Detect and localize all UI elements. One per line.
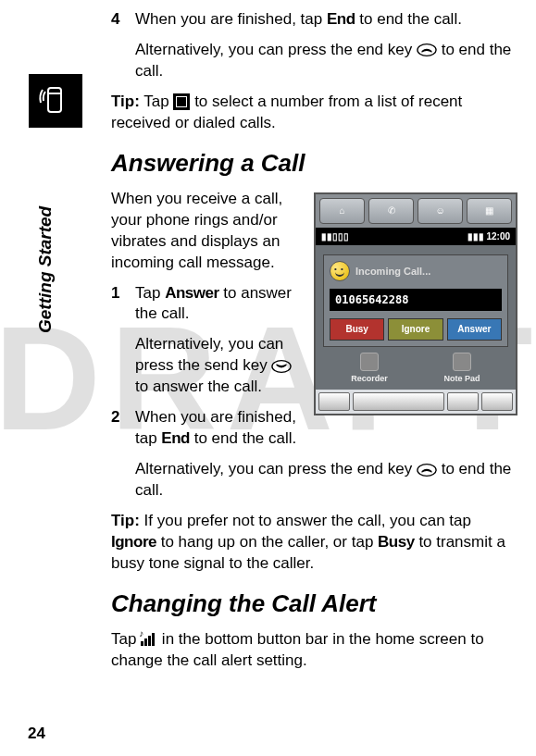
caller-number: 01065642288 [330,289,502,311]
recorder-icon [360,353,379,371]
recent-calls-key-icon [173,93,190,110]
step-4: 4 When you are finished, tap End to end … [111,9,517,31]
text: Alternatively, you can press the end key [135,460,417,477]
incoming-label: Incoming Call... [355,265,430,279]
phone-icon: ✆ [368,198,414,224]
phone-device-icon [37,81,74,121]
step-number: 2 [111,407,135,450]
text: Tap [140,93,174,110]
phone-body: Incoming Call... 01065642288 Busy Ignore… [316,245,516,390]
answer-step-1: 1 Tap Answer to answer the call. [111,283,303,326]
answer-step-2-alt: Alternatively, you can press the end key… [135,459,517,502]
step-number: 1 [111,283,135,326]
recorder-shortcut[interactable]: Recorder [351,353,388,384]
text: When you are finished, tap [135,10,327,28]
answering-section: ⌂ ✆ ☺ ▦ ▮▮▯▯▯ ▮▮▮ 12:00 Incoming Call... [111,189,517,511]
left-rail [28,46,83,128]
bottom-icon[interactable] [447,392,479,411]
bottom-icon[interactable] [353,392,444,411]
phone-device-icon-box [29,74,82,128]
svg-rect-0 [48,88,61,112]
send-key-icon [271,359,292,374]
end-label: End [161,429,190,447]
step-4-alt: Alternatively, you can press the end key… [135,40,517,82]
section-label: Getting Started [35,206,56,333]
incoming-call-box: Incoming Call... 01065642288 Busy Ignore… [323,254,508,347]
end-key-icon [417,463,437,477]
recorder-label: Recorder [351,373,388,384]
phone-screenshot: ⌂ ✆ ☺ ▦ ▮▮▯▯▯ ▮▮▮ 12:00 Incoming Call... [314,192,517,415]
call-buttons: Busy Ignore Answer [330,318,502,341]
notepad-icon [453,353,471,371]
caller-avatar-icon [330,261,350,281]
alert-bars-icon [141,633,157,646]
bottom-icon[interactable] [318,392,350,411]
call-header: Incoming Call... [330,261,502,281]
busy-button[interactable]: Busy [330,318,384,341]
phone-top-icons: ⌂ ✆ ☺ ▦ [316,194,516,228]
step-body: When you are finished, tap End to end th… [135,9,517,31]
busy-label: Busy [378,533,415,551]
text: to answer the call. [135,378,262,395]
phone-status-bar: ▮▮▯▯▯ ▮▮▮ 12:00 [316,228,516,246]
text: to end the call. [190,429,296,447]
step-number: 4 [111,9,135,31]
signal-indicator: ▮▮▯▯▯ [321,230,349,243]
text: in the bottom button bar in the home scr… [111,630,484,669]
contacts-icon: ☺ [418,198,463,224]
ignore-button[interactable]: Ignore [388,318,443,341]
apps-icon: ▦ [467,198,512,224]
text: to hang up on the caller, or tap [156,533,378,551]
tip-recent-calls: Tip: Tap to select a number from a list … [111,92,517,134]
change-alert-text: Tap in the bottom button bar in the home… [111,629,517,672]
bottom-icon[interactable] [481,392,513,411]
notepad-label: Note Pad [444,373,480,384]
text: to end the call. [355,10,462,28]
step-body: When you are finished, tap End to end th… [135,407,303,450]
heading-answering: Answering a Call [111,147,517,180]
phone-bottom-bar [316,390,516,414]
ignore-label: Ignore [111,533,156,551]
tip-prefix: Tip: [111,512,140,529]
text: Tap [111,630,141,648]
text: Alternatively, you can press the end key [135,41,417,58]
battery-indicator: ▮▮▮ [467,231,484,242]
text: Alternatively, you can press the send ke… [135,335,283,374]
home-icon: ⌂ [319,198,365,224]
answer-label: Answer [165,284,218,302]
answer-step-2: 2 When you are finished, tap End to end … [111,407,303,450]
tip-ignore-busy: Tip: If you prefer not to answer the cal… [111,511,517,575]
step-body: Tap Answer to answer the call. [135,283,303,326]
heading-changing-alert: Changing the Call Alert [111,588,517,620]
page-content: Getting Started 4 When you are finished,… [0,0,536,756]
end-key-icon [417,43,437,57]
end-label: End [327,10,355,28]
text: If you prefer not to answer the call, yo… [140,512,471,529]
clock: 12:00 [486,231,510,242]
page-number: 24 [28,725,45,743]
answer-button[interactable]: Answer [447,318,502,341]
shortcut-row: Recorder Note Pad [323,353,508,384]
tip-prefix: Tip: [111,93,140,110]
text: Tap [135,284,165,302]
main-content: 4 When you are finished, tap End to end … [111,9,517,672]
notepad-shortcut[interactable]: Note Pad [444,353,480,384]
